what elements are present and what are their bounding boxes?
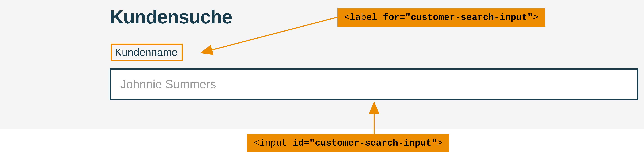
annotation-label-callout: <label for="customer-search-input"> [338,8,545,27]
page-title: Kundensuche [110,6,232,28]
customer-name-label: Kundenname [115,46,178,58]
annotation-input-callout: <input id="customer-search-input"> [247,134,449,152]
input-placeholder-text: Johnnie Summers [120,77,216,91]
callout-code-suffix: > [533,12,538,23]
callout-code-prefix: <input [254,138,293,148]
callout-code-suffix: > [437,138,442,148]
customer-search-input[interactable]: Johnnie Summers [110,68,638,100]
form-background: Kundensuche Kundenname Johnnie Summers [0,0,644,129]
callout-code-bold: id="customer-search-input" [293,138,437,148]
callout-code-prefix: <label [344,12,383,23]
field-label-highlighted: Kundenname [111,43,183,61]
callout-code-bold: for="customer-search-input" [383,12,533,23]
